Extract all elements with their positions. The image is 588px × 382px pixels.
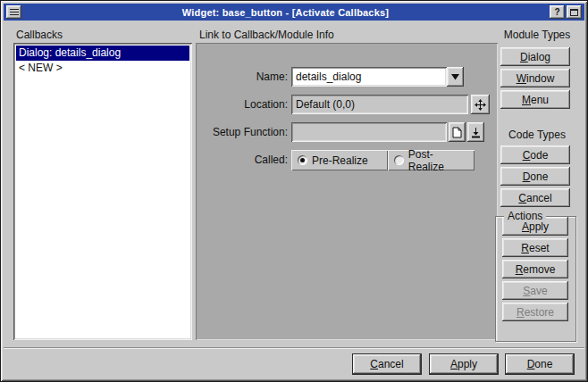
post-realize-label: Post-Realize [408, 148, 468, 173]
code-cancel-label: Cancel [518, 192, 551, 204]
setup-function-label: Setup Function: [196, 122, 288, 142]
footer-separator [4, 347, 584, 349]
callback-info-panel: Name: Location: [196, 43, 498, 340]
action-reset-button[interactable]: Reset [502, 238, 568, 257]
footer-cancel-button[interactable]: Cancel [352, 353, 422, 375]
module-window-button[interactable]: Window [500, 69, 570, 87]
name-input[interactable] [291, 67, 447, 87]
action-restore-label: Restore [517, 306, 554, 319]
actions-group-label: Actions [504, 210, 546, 222]
module-dialog-label: Dialog [520, 51, 550, 63]
help-icon: ? [554, 7, 559, 17]
module-dialog-button[interactable]: Dialog [500, 47, 570, 66]
footer-cancel-label: Cancel [370, 358, 403, 370]
location-row: Location: [196, 95, 498, 114]
dropdown-arrow-icon [451, 74, 459, 80]
name-label: Name: [196, 67, 288, 87]
code-done-label: Done [523, 170, 549, 183]
name-combo-button[interactable] [447, 67, 464, 87]
post-realize-option[interactable]: Post-Realize [388, 150, 475, 170]
maximize-icon [570, 9, 578, 16]
radio-selected-icon [298, 155, 307, 165]
pre-realize-option[interactable]: Pre-Realize [291, 150, 388, 170]
callbacks-list[interactable]: Dialog: details_dialog < NEW > [13, 43, 192, 340]
action-reset-label: Reset [521, 242, 549, 254]
code-types-label: Code Types [494, 129, 580, 141]
info-panel-label: Link to Callback/Module Info [199, 29, 334, 41]
titlebar: Widget: base_button - [Activate Callback… [4, 4, 584, 21]
list-item-details-dialog[interactable]: Dialog: details_dialog [16, 46, 189, 61]
move-arrows-icon [475, 99, 486, 111]
setup-function-row: Setup Function: [196, 122, 498, 142]
action-remove-button[interactable]: Remove [502, 260, 568, 278]
code-code-label: Code [523, 149, 549, 162]
setup-pick-button[interactable] [467, 122, 484, 142]
window-menu-icon [10, 9, 19, 15]
code-cancel-button[interactable]: Cancel [500, 188, 570, 207]
code-types-column: Code Done Cancel [500, 145, 570, 210]
code-done-button[interactable]: Done [500, 167, 570, 186]
location-label: Location: [196, 95, 288, 114]
module-menu-label: Menu [522, 94, 549, 106]
setup-function-field [291, 122, 447, 142]
maximize-button[interactable] [567, 5, 582, 19]
arrow-down-to-bar-icon [471, 127, 481, 138]
module-menu-button[interactable]: Menu [500, 90, 570, 109]
action-save-label: Save [523, 285, 547, 297]
footer-done-label: Done [527, 358, 553, 370]
setup-function-input[interactable] [291, 122, 447, 142]
actions-group: Actions Apply Reset Remove Save Restore [495, 216, 576, 342]
document-icon [452, 127, 462, 138]
name-field [291, 67, 447, 87]
setup-new-button[interactable] [449, 122, 466, 142]
pre-realize-label: Pre-Realize [312, 154, 368, 167]
footer-apply-label: Apply [450, 358, 477, 370]
module-types-column: Dialog Window Menu [500, 47, 570, 112]
location-field [291, 95, 468, 114]
radio-unselected-icon [394, 155, 404, 165]
module-window-label: Window [517, 72, 555, 85]
module-types-label: Module Types [494, 29, 580, 41]
code-code-button[interactable]: Code [500, 145, 570, 164]
called-radio-group: Pre-Realize Post-Realize [291, 150, 475, 170]
called-row: Called: Pre-Realize Post-Realize [196, 150, 498, 170]
name-row: Name: [196, 67, 498, 87]
footer-apply-button[interactable]: Apply [429, 353, 499, 375]
location-input[interactable] [291, 95, 468, 114]
location-move-button[interactable] [471, 95, 490, 114]
callbacks-label: Callbacks [16, 29, 63, 41]
help-button[interactable]: ? [550, 5, 565, 19]
footer-done-button[interactable]: Done [505, 353, 575, 375]
window-title: Widget: base_button - [Activate Callback… [22, 7, 549, 18]
action-remove-label: Remove [516, 263, 556, 276]
window-menu-button[interactable] [6, 5, 21, 19]
action-save-button: Save [502, 281, 568, 300]
list-item-new[interactable]: < NEW > [16, 61, 189, 76]
action-restore-button: Restore [502, 303, 568, 321]
dialog-window: Widget: base_button - [Activate Callback… [0, 0, 588, 382]
called-label: Called: [196, 150, 288, 170]
